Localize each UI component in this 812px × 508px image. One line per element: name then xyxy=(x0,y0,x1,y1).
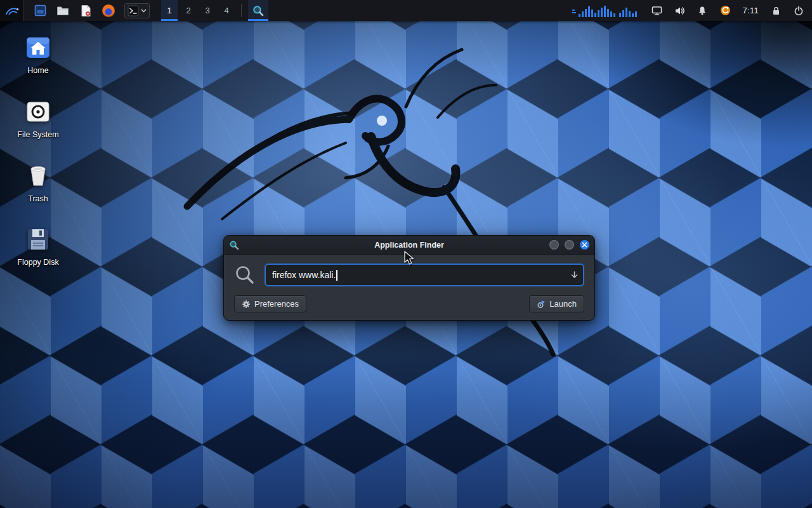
workspace-switcher: 1 2 3 4 xyxy=(161,0,235,21)
display-icon xyxy=(652,6,662,16)
audio-visualizer-icon[interactable] xyxy=(572,4,639,18)
panel-clock[interactable]: 7:11 xyxy=(737,6,764,15)
titlebar[interactable]: Application Finder xyxy=(224,236,594,255)
applications-menu-button[interactable] xyxy=(0,0,24,21)
volume-icon xyxy=(674,6,685,16)
desktop-icon-trash[interactable]: Trash xyxy=(8,161,69,204)
close-button[interactable] xyxy=(580,240,589,250)
desktop-icon-label: File System xyxy=(17,131,58,140)
dragon-eye xyxy=(377,116,387,126)
window-title: Application Finder xyxy=(224,241,594,250)
preferences-button[interactable]: Preferences xyxy=(234,295,306,312)
taskbar-application-finder[interactable] xyxy=(248,0,268,21)
panel-separator xyxy=(241,4,242,17)
workspace-button-2[interactable]: 2 xyxy=(180,0,197,21)
launcher-terminal-group[interactable] xyxy=(124,3,150,18)
launcher-text-editor[interactable] xyxy=(79,3,93,18)
lock-icon xyxy=(771,6,781,16)
desktop-icon-label: Home xyxy=(27,67,48,76)
updates-tray[interactable] xyxy=(714,0,736,21)
power-tray[interactable] xyxy=(788,0,809,21)
launcher-firefox[interactable] xyxy=(102,3,115,18)
search-icon xyxy=(234,264,256,286)
launch-label: Launch xyxy=(549,299,577,309)
app-finder-task-icon xyxy=(252,4,265,17)
desktop-icon-label: Trash xyxy=(28,195,48,204)
workspace-button-1[interactable]: 1 xyxy=(161,0,178,21)
maximize-button[interactable] xyxy=(565,240,574,250)
launch-button[interactable]: Launch xyxy=(529,295,584,312)
floppy-disk-icon xyxy=(23,225,53,254)
workspace-button-4[interactable]: 4 xyxy=(218,0,235,21)
updates-icon xyxy=(720,5,731,16)
window-controls xyxy=(549,240,589,250)
folder-icon xyxy=(56,5,69,16)
file-system-drive-icon xyxy=(23,97,53,126)
app-finder-window-icon xyxy=(229,240,239,250)
window-icon xyxy=(34,4,46,17)
command-input[interactable]: firefox www.kali. xyxy=(265,264,584,286)
preferences-label: Preferences xyxy=(254,299,299,309)
dialog-body: firefox www.kali. xyxy=(224,255,594,320)
launch-icon xyxy=(537,300,546,309)
firefox-icon xyxy=(102,4,115,17)
system-tray: 7:11 xyxy=(646,0,809,21)
document-icon xyxy=(81,4,91,17)
top-panel: 1 2 3 4 xyxy=(0,0,812,21)
home-folder-icon xyxy=(23,33,53,62)
kali-logo-icon xyxy=(4,4,20,18)
power-icon xyxy=(794,6,804,16)
kali-desktop: Home File System Trash xyxy=(0,0,812,508)
desktop-icon-home[interactable]: Home xyxy=(8,33,69,76)
gear-icon xyxy=(242,300,251,309)
terminal-icon xyxy=(128,5,139,17)
display-settings-tray[interactable] xyxy=(646,0,667,21)
desktop-icon-label: Floppy Disk xyxy=(17,258,58,267)
application-finder-window: Application Finder firefox xyxy=(223,235,595,321)
screen-lock-tray[interactable] xyxy=(765,0,787,21)
text-caret xyxy=(336,270,337,281)
volume-tray[interactable] xyxy=(669,0,690,21)
desktop-icon-column: Home File System Trash xyxy=(8,33,69,289)
close-icon xyxy=(582,242,587,248)
command-input-value: firefox www.kali. xyxy=(272,270,336,280)
desktop-icon-floppy-disk[interactable]: Floppy Disk xyxy=(8,225,69,267)
notifications-tray[interactable] xyxy=(691,0,713,21)
quick-launchers xyxy=(33,3,150,18)
launcher-window[interactable] xyxy=(33,3,47,18)
trash-icon xyxy=(23,161,53,190)
desktop-icon-file-system[interactable]: File System xyxy=(8,97,69,140)
minimize-button[interactable] xyxy=(549,240,559,250)
chevron-down-icon xyxy=(141,9,147,13)
bell-icon xyxy=(697,6,707,16)
launcher-file-manager[interactable] xyxy=(56,3,70,18)
command-entry-wrap: firefox www.kali. xyxy=(265,264,584,286)
workspace-button-3[interactable]: 3 xyxy=(199,0,216,21)
history-dropdown-icon[interactable] xyxy=(570,271,579,279)
